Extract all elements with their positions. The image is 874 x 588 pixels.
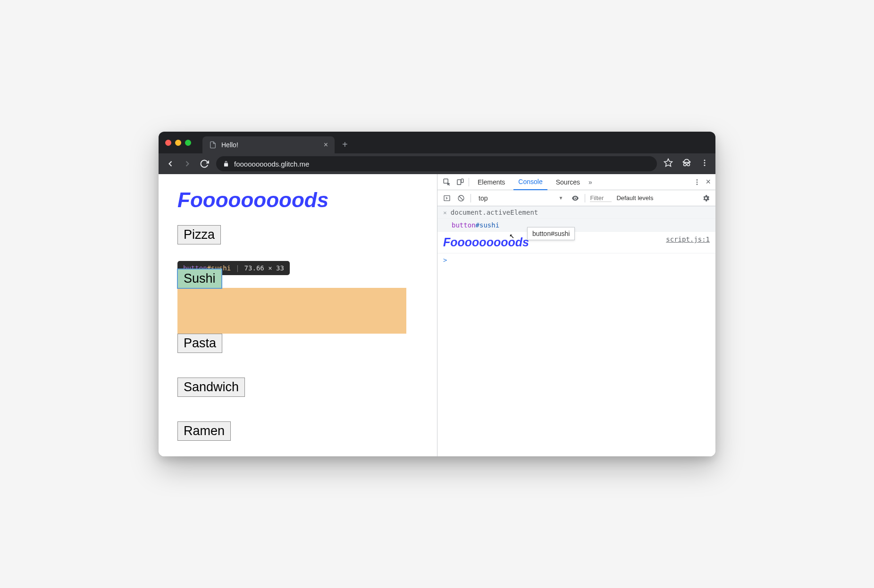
incognito-icon[interactable] <box>681 158 692 170</box>
eval-expression-text: document.activeElement <box>451 209 538 216</box>
devtools-close-icon[interactable]: × <box>706 177 711 187</box>
url-text: fooooooooods.glitch.me <box>234 160 309 168</box>
svg-marker-0 <box>664 159 672 167</box>
tab-elements[interactable]: Elements <box>473 175 510 190</box>
tab-sources[interactable]: Sources <box>551 175 585 190</box>
svg-point-13 <box>575 197 576 199</box>
page-viewport: Fooooooooods Pizza button#sushi | 73.66 … <box>159 174 437 456</box>
context-label: top <box>479 194 487 202</box>
file-icon <box>209 141 217 149</box>
browser-window: Hello! × + fooooooooods.glitch.me <box>159 132 715 456</box>
tooltip-dimensions: 73.66 × 33 <box>244 264 284 272</box>
close-tab-icon[interactable]: × <box>324 141 328 149</box>
cursor-icon: ↖ <box>509 230 514 240</box>
titlebar: Hello! × + <box>159 132 715 153</box>
svg-point-7 <box>697 179 698 181</box>
result-id: #sushi <box>476 221 500 229</box>
sushi-button[interactable]: Sushi <box>177 269 222 288</box>
devtools-panel: Elements Console Sources » × <box>437 174 715 456</box>
console-settings-icon[interactable] <box>701 193 711 203</box>
console-toolbar: top ▼ Default levels <box>437 190 715 206</box>
inspect-element-icon[interactable] <box>442 177 452 187</box>
clear-console-icon[interactable] <box>456 193 466 203</box>
content-area: Fooooooooods Pizza button#sushi | 73.66 … <box>159 174 715 456</box>
reload-button[interactable] <box>199 159 210 169</box>
tab-title: Hello! <box>221 141 238 149</box>
eval-result-row[interactable]: button#sushi ↖ <box>437 219 715 232</box>
log-message: Fooooooooods <box>443 235 529 249</box>
prompt-chevron-icon: > <box>443 256 447 264</box>
console-prompt[interactable]: > <box>437 253 715 267</box>
console-output: × document.activeElement button#sushi ↖ … <box>437 206 715 456</box>
live-expression-icon[interactable] <box>571 193 580 203</box>
ramen-button[interactable]: Ramen <box>177 421 231 441</box>
devtools-menu-icon[interactable] <box>692 177 702 187</box>
result-tag: button <box>452 221 476 229</box>
new-tab-button[interactable]: + <box>342 139 348 150</box>
svg-point-1 <box>704 160 706 161</box>
page-heading: Fooooooooods <box>177 188 418 212</box>
svg-point-2 <box>704 162 706 164</box>
tab-console[interactable]: Console <box>513 174 547 190</box>
forward-button[interactable] <box>182 159 193 169</box>
close-window-button[interactable] <box>165 140 171 146</box>
devtools-tabbar: Elements Console Sources » × <box>437 174 715 190</box>
back-button[interactable] <box>165 159 176 169</box>
svg-point-8 <box>697 181 698 183</box>
hover-tooltip: button#sushi <box>527 227 575 240</box>
address-bar[interactable]: fooooooooods.glitch.me <box>216 156 657 171</box>
device-toolbar-icon[interactable] <box>455 177 465 187</box>
svg-rect-6 <box>461 179 463 183</box>
console-log-row[interactable]: Fooooooooods script.js:1 <box>437 232 715 253</box>
console-sidebar-toggle-icon[interactable] <box>442 193 452 203</box>
browser-toolbar: fooooooooods.glitch.me <box>159 153 715 174</box>
svg-rect-5 <box>457 179 461 185</box>
console-filter-input[interactable] <box>590 194 612 202</box>
bookmark-star-icon[interactable] <box>664 158 673 169</box>
browser-menu-icon[interactable] <box>700 159 709 169</box>
more-tabs-icon[interactable]: » <box>588 178 592 186</box>
live-expression-row[interactable]: × document.activeElement <box>437 206 715 219</box>
pasta-button[interactable]: Pasta <box>177 334 222 353</box>
chevron-down-icon: ▼ <box>558 195 563 201</box>
execution-context-selector[interactable]: top ▼ <box>476 194 566 202</box>
remove-expression-icon[interactable]: × <box>443 209 447 216</box>
svg-point-9 <box>697 184 698 185</box>
inspect-highlight-margin <box>177 288 406 334</box>
sandwich-button[interactable]: Sandwich <box>177 378 245 397</box>
lock-icon <box>223 160 229 167</box>
svg-line-12 <box>459 196 463 200</box>
log-source-link[interactable]: script.js:1 <box>666 235 710 249</box>
pizza-button[interactable]: Pizza <box>177 225 221 244</box>
maximize-window-button[interactable] <box>185 140 191 146</box>
minimize-window-button[interactable] <box>175 140 181 146</box>
svg-point-3 <box>704 165 706 166</box>
log-levels-selector[interactable]: Default levels <box>616 194 653 202</box>
window-controls <box>165 140 191 146</box>
browser-tab[interactable]: Hello! × <box>202 136 335 153</box>
